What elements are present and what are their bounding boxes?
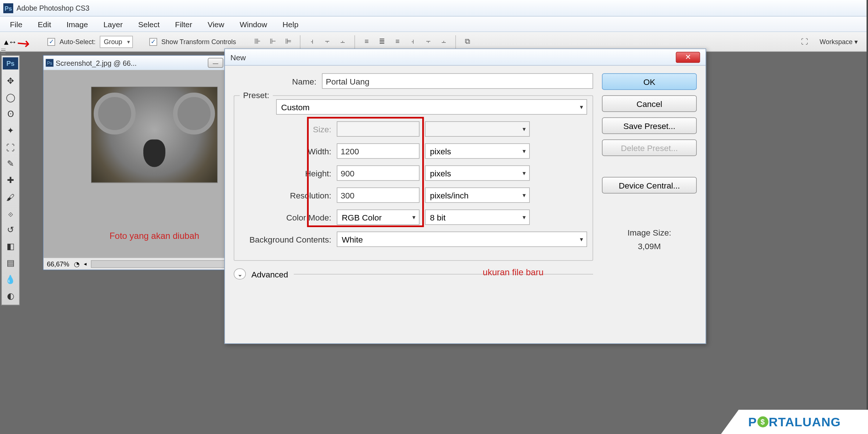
dialog-titlebar[interactable]: New ✕ [225, 49, 706, 66]
ps-badge-icon: Ps [3, 57, 18, 69]
move-tool-icon: ▴↔ [4, 36, 17, 48]
color-mode-label: Color Mode: [240, 212, 331, 222]
size-input [337, 121, 420, 137]
width-label: Width: [240, 146, 331, 156]
dialog-title: New [230, 53, 676, 61]
color-depth-select[interactable]: 8 bit [425, 209, 530, 225]
show-transform-label: Show Transform Controls [161, 38, 236, 46]
menu-bar: File Edit Image Layer Select Filter View… [0, 17, 867, 32]
menu-window[interactable]: Window [232, 17, 275, 31]
tool-palette: Ps ✥ ◯ ʘ ✦ ⛶ ✎ ✚ 🖌 ⟐ ↺ ◧ ▤ 💧 ◐ [1, 55, 20, 305]
eyedropper-tool[interactable]: ✎ [3, 157, 18, 171]
stamp-tool[interactable]: ⟐ [3, 206, 18, 220]
workspace: Ps ✥ ◯ ʘ ✦ ⛶ ✎ ✚ 🖌 ⟐ ↺ ◧ ▤ 💧 ◐ Ps Screen… [0, 52, 867, 434]
align-icons: ⊪⊩⊫ ⫞⫟⫠ ≡≣≡ ⫞⫟⫠ ⧉ [251, 35, 474, 48]
device-central-button[interactable]: Device Central... [602, 177, 697, 194]
width-unit-select[interactable]: pixels [425, 143, 530, 159]
brush-tool[interactable]: 🖌 [3, 190, 18, 204]
workspace-button[interactable]: Workspace ▾ [815, 36, 862, 47]
distribute-icon[interactable]: ⫠ [438, 35, 450, 47]
watermark-logo: P$RTALUANG [721, 410, 868, 434]
zoom-level[interactable]: 66,67% [47, 260, 69, 268]
distribute-icon[interactable]: ≣ [376, 35, 388, 47]
move-tool[interactable]: ✥ [3, 74, 18, 88]
auto-select-label: Auto-Select: [60, 38, 96, 46]
preset-select[interactable]: Custom [276, 99, 587, 115]
marquee-tool[interactable]: ◯ [3, 90, 18, 105]
align-icon[interactable]: ⫠ [337, 35, 349, 47]
align-icon[interactable]: ⊪ [251, 35, 263, 47]
height-unit-select[interactable]: pixels [425, 165, 530, 181]
resolution-unit-select[interactable]: pixels/inch [425, 187, 530, 203]
align-icon[interactable]: ⊫ [282, 35, 294, 47]
lasso-tool[interactable]: ʘ [3, 107, 18, 121]
show-transform-checkbox[interactable]: ✓ [149, 38, 157, 46]
align-icon[interactable]: ⫟ [322, 35, 334, 47]
distribute-icon[interactable]: ≡ [391, 35, 403, 47]
cancel-button[interactable]: Cancel [602, 96, 697, 112]
minimize-button[interactable]: — [208, 58, 223, 68]
history-brush-tool[interactable]: ↺ [3, 223, 18, 237]
app-title: Adobe Photoshop CS3 [17, 4, 89, 12]
delete-preset-button: Delete Preset... [602, 140, 697, 156]
image-frame [91, 87, 218, 183]
menu-help[interactable]: Help [275, 17, 306, 31]
height-label: Height: [240, 168, 331, 178]
height-input[interactable]: 900 [337, 165, 420, 181]
auto-select-checkbox[interactable]: ✓ [47, 38, 55, 46]
resolution-input[interactable]: 300 [337, 187, 420, 203]
size-unit-select [425, 121, 530, 137]
heal-tool[interactable]: ✚ [3, 173, 18, 187]
menu-view[interactable]: View [200, 17, 232, 31]
distribute-icon[interactable]: ⫟ [422, 35, 434, 47]
menu-select[interactable]: Select [130, 17, 167, 31]
distribute-icon[interactable]: ≡ [361, 35, 373, 47]
doc-info-icon[interactable]: ◔ [74, 260, 79, 268]
name-label: Name: [234, 76, 316, 86]
bg-contents-label: Background Contents: [240, 234, 331, 244]
size-annotation: ukuran file baru [483, 268, 544, 277]
new-dialog: New ✕ Name: Portal Uang Preset: [225, 49, 706, 344]
size-label: Size: [240, 124, 331, 134]
menu-edit[interactable]: Edit [30, 17, 59, 31]
blur-tool[interactable]: 💧 [3, 272, 18, 287]
screen-mode-icon[interactable]: ⛶ [799, 36, 811, 48]
ok-button[interactable]: OK [602, 73, 697, 90]
doc-icon: Ps [46, 59, 54, 67]
resolution-label: Resolution: [240, 190, 331, 200]
koala-image [92, 87, 217, 183]
preset-label: Preset: [243, 90, 269, 100]
document-title: Screenshot_2.jpg @ 66... [56, 59, 206, 67]
distribute-icon[interactable]: ⫞ [407, 35, 419, 47]
align-icon[interactable]: ⫞ [306, 35, 318, 47]
image-size-label: Image Size: [602, 228, 697, 237]
color-mode-select[interactable]: RGB Color [337, 209, 420, 225]
arrange-icon[interactable]: ⧉ [462, 35, 474, 47]
app-icon: Ps [3, 3, 13, 13]
eraser-tool[interactable]: ◧ [3, 239, 18, 254]
image-size-value: 3,09M [602, 241, 697, 251]
gradient-tool[interactable]: ▤ [3, 256, 18, 270]
align-icon[interactable]: ⊩ [267, 35, 279, 47]
menu-image[interactable]: Image [59, 17, 96, 31]
bg-contents-select[interactable]: White [337, 232, 587, 247]
wand-tool[interactable]: ✦ [3, 123, 18, 138]
title-bar: Ps Adobe Photoshop CS3 [0, 0, 867, 17]
advanced-label: Advanced [251, 269, 288, 279]
menu-layer[interactable]: Layer [96, 17, 130, 31]
auto-select-dropdown[interactable]: Group [100, 36, 133, 48]
menu-file[interactable]: File [2, 17, 30, 31]
name-input[interactable]: Portal Uang [322, 73, 593, 89]
width-input[interactable]: 1200 [337, 143, 420, 159]
dodge-tool[interactable]: ◐ [3, 289, 18, 303]
save-preset-button[interactable]: Save Preset... [602, 118, 697, 134]
dialog-close-button[interactable]: ✕ [676, 51, 700, 62]
crop-tool[interactable]: ⛶ [3, 140, 18, 154]
menu-filter[interactable]: Filter [167, 17, 200, 31]
advanced-toggle[interactable]: ⌄ [234, 269, 246, 280]
